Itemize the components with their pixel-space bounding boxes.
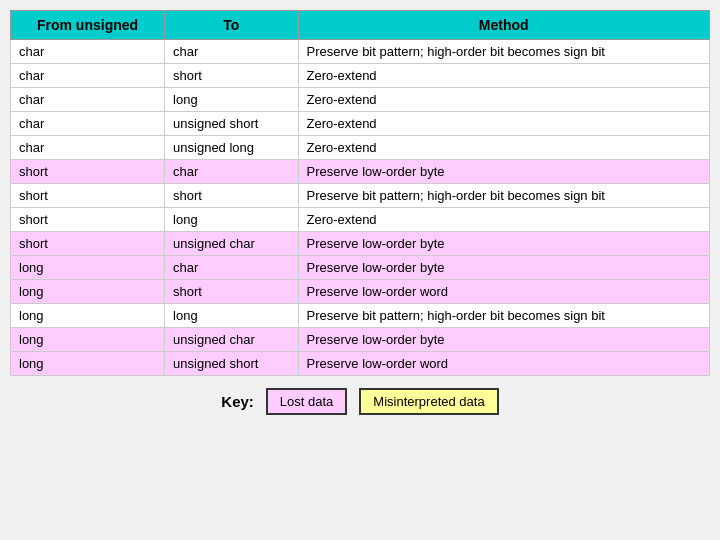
cell-method: Preserve low-order byte (298, 256, 710, 280)
cell-method: Zero-extend (298, 88, 710, 112)
cell-to: short (165, 184, 298, 208)
table-row: shortunsigned charPreserve low-order byt… (11, 232, 710, 256)
cell-from: short (11, 232, 165, 256)
cell-from: long (11, 280, 165, 304)
cell-method: Zero-extend (298, 136, 710, 160)
cell-from: char (11, 136, 165, 160)
cell-from: char (11, 64, 165, 88)
cell-method: Preserve bit pattern; high-order bit bec… (298, 40, 710, 64)
table-row: shortshortPreserve bit pattern; high-ord… (11, 184, 710, 208)
cell-to: long (165, 208, 298, 232)
table-row: charlongZero-extend (11, 88, 710, 112)
cell-method: Zero-extend (298, 64, 710, 88)
cell-from: char (11, 40, 165, 64)
table-row: longunsigned charPreserve low-order byte (11, 328, 710, 352)
table-row: charunsigned longZero-extend (11, 136, 710, 160)
cell-to: long (165, 304, 298, 328)
key-lost-data: Lost data (266, 388, 348, 415)
cell-from: char (11, 88, 165, 112)
cell-to: char (165, 40, 298, 64)
cell-to: short (165, 64, 298, 88)
cell-to: char (165, 160, 298, 184)
cell-method: Preserve bit pattern; high-order bit bec… (298, 184, 710, 208)
table-row: longunsigned shortPreserve low-order wor… (11, 352, 710, 376)
cell-to: unsigned char (165, 232, 298, 256)
header-method: Method (298, 11, 710, 40)
cell-to: char (165, 256, 298, 280)
header-to: To (165, 11, 298, 40)
table-row: charcharPreserve bit pattern; high-order… (11, 40, 710, 64)
key-label: Key: (221, 393, 254, 410)
cell-method: Zero-extend (298, 112, 710, 136)
cell-from: long (11, 352, 165, 376)
table-row: charshortZero-extend (11, 64, 710, 88)
cell-to: unsigned long (165, 136, 298, 160)
table-row: longshortPreserve low-order word (11, 280, 710, 304)
cell-method: Preserve low-order byte (298, 232, 710, 256)
header-from: From unsigned (11, 11, 165, 40)
cell-to: unsigned short (165, 112, 298, 136)
cell-from: long (11, 304, 165, 328)
cell-to: unsigned char (165, 328, 298, 352)
cell-from: long (11, 256, 165, 280)
cell-from: short (11, 184, 165, 208)
cell-to: short (165, 280, 298, 304)
cell-method: Preserve low-order byte (298, 328, 710, 352)
cell-to: long (165, 88, 298, 112)
table-row: longlongPreserve bit pattern; high-order… (11, 304, 710, 328)
cell-method: Preserve bit pattern; high-order bit bec… (298, 304, 710, 328)
cell-method: Preserve low-order word (298, 352, 710, 376)
cell-to: unsigned short (165, 352, 298, 376)
cell-method: Preserve low-order byte (298, 160, 710, 184)
table-row: charunsigned shortZero-extend (11, 112, 710, 136)
conversion-table: From unsigned To Method charcharPreserve… (10, 10, 710, 376)
cell-from: long (11, 328, 165, 352)
key-misinterpreted-data: Misinterpreted data (359, 388, 498, 415)
table-row: longcharPreserve low-order byte (11, 256, 710, 280)
cell-from: short (11, 208, 165, 232)
table-row: shortlongZero-extend (11, 208, 710, 232)
cell-method: Preserve low-order word (298, 280, 710, 304)
cell-from: short (11, 160, 165, 184)
table-row: shortcharPreserve low-order byte (11, 160, 710, 184)
key-section: Key: Lost data Misinterpreted data (221, 388, 498, 415)
cell-method: Zero-extend (298, 208, 710, 232)
cell-from: char (11, 112, 165, 136)
